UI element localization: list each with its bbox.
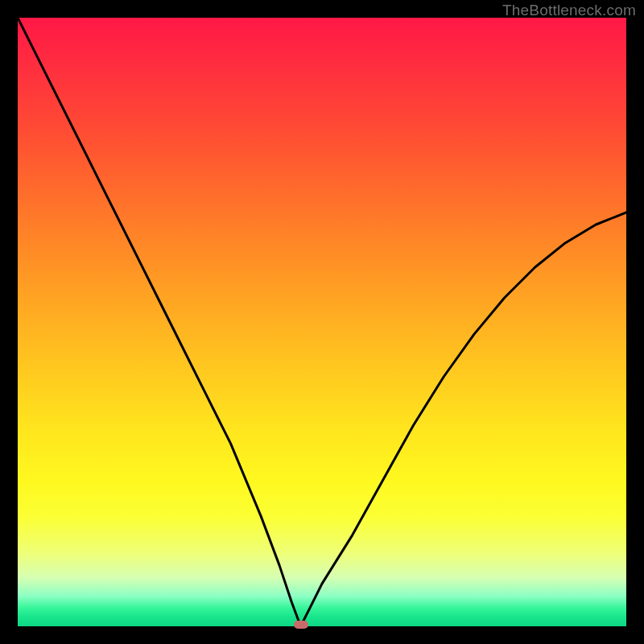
watermark-text: TheBottleneck.com [502, 2, 636, 19]
plot-area [18, 18, 626, 626]
curve-svg [18, 18, 626, 626]
optimal-marker [294, 621, 308, 629]
chart-frame: TheBottleneck.com [0, 0, 644, 644]
